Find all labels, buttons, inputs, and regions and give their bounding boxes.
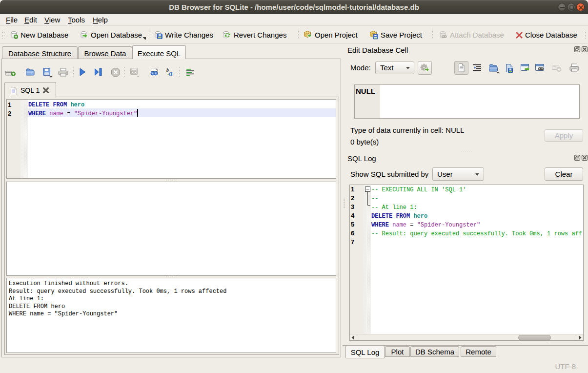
- svg-text:a: a: [169, 69, 173, 77]
